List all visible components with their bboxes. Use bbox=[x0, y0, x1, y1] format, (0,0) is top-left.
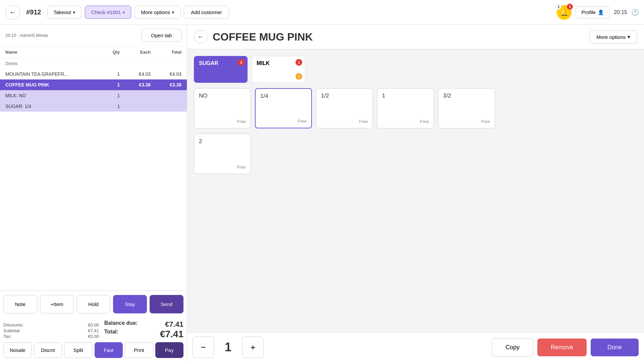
option-price-quarter: Free bbox=[260, 119, 307, 124]
left-panel: 20:15 - Admin5 Minda Open tab Name Qty E… bbox=[0, 25, 187, 362]
option-two[interactable]: 2 Free bbox=[194, 134, 251, 174]
order-type-chevron: ▾ bbox=[73, 10, 75, 15]
clock-icon: 🕐 bbox=[631, 9, 639, 16]
note-button[interactable]: Note bbox=[3, 295, 37, 313]
item-qty: 1 bbox=[101, 69, 125, 79]
right-more-options-chevron: ▾ bbox=[628, 34, 630, 40]
option-no[interactable]: NO Free bbox=[194, 88, 251, 128]
done-button[interactable]: Done bbox=[591, 339, 639, 356]
option-label-no: NO bbox=[199, 93, 246, 99]
copy-button[interactable]: Copy bbox=[492, 338, 533, 357]
category-row: Drinks bbox=[0, 58, 187, 69]
item-total bbox=[156, 90, 187, 101]
item-total: €3.38 bbox=[156, 79, 187, 90]
item-each: €3.38 bbox=[125, 79, 156, 90]
more-options-chevron: ▾ bbox=[172, 10, 174, 15]
balance-label: Balance due: bbox=[104, 320, 138, 329]
table-row[interactable]: MOUNTAIN TEA GRAPEFR... 1 €4.03 €4.03 bbox=[0, 69, 187, 79]
item-name: MOUNTAIN TEA GRAPEFR... bbox=[0, 69, 101, 79]
col-qty: Qty bbox=[101, 46, 125, 58]
option-label-one: 1 bbox=[382, 93, 429, 99]
modifier-card-sugar[interactable]: SUGAR 2 bbox=[194, 56, 248, 83]
profile-button[interactable]: Profile 👤 bbox=[576, 6, 610, 18]
item-name: MILK: NO bbox=[0, 90, 101, 101]
send-button[interactable]: Send bbox=[150, 295, 183, 313]
item-qty: 1 bbox=[101, 90, 125, 101]
profile-label: Profile bbox=[581, 9, 596, 15]
check-button[interactable]: Check #1001 ▾ bbox=[85, 6, 131, 19]
order-table: Name Qty Each Total Drinks MOUNTAIN TEA … bbox=[0, 46, 187, 291]
total-amount: €7.41 bbox=[160, 329, 183, 340]
pay-button[interactable]: Pay bbox=[155, 342, 184, 358]
order-type-button[interactable]: Takeout ▾ bbox=[47, 6, 82, 19]
category-label: Drinks bbox=[0, 58, 187, 69]
option-three-halves[interactable]: 3/2 Free bbox=[438, 88, 495, 128]
remove-button[interactable]: Remove bbox=[537, 339, 587, 356]
modifier-name-milk: MILK bbox=[257, 60, 300, 66]
minus-button[interactable]: − bbox=[193, 337, 214, 358]
add-customer-button[interactable]: Add customer bbox=[184, 6, 229, 19]
more-options-label: More options bbox=[141, 9, 170, 15]
table-row-selected[interactable]: COFFEE MUG PINK 1 €3.38 €3.38 bbox=[0, 79, 187, 90]
modifier-badge-milk: 1 bbox=[296, 59, 302, 66]
product-title: COFFEE MUG PINK bbox=[213, 31, 584, 43]
order-type-label: Takeout bbox=[54, 9, 71, 15]
option-price-three-halves: Free bbox=[443, 119, 490, 124]
table-row-sub[interactable]: SUGAR: 1/4 1 bbox=[0, 101, 187, 112]
totals-values: €0.00 €7.41 €0.00 bbox=[88, 322, 99, 340]
notification-area: 🔔 1 1 Profile 👤 20:15 🕐 bbox=[557, 5, 639, 20]
total-label: Total: bbox=[104, 329, 118, 340]
col-each: Each bbox=[125, 46, 156, 58]
add-item-button[interactable]: +Item bbox=[40, 295, 74, 313]
option-label-two: 2 bbox=[199, 138, 246, 145]
open-tab-button[interactable]: Open tab bbox=[141, 29, 181, 42]
profile-icon: 👤 bbox=[598, 9, 604, 15]
right-more-options-button[interactable]: More options ▾ bbox=[589, 30, 637, 44]
option-quarter[interactable]: 1/4 Free bbox=[255, 88, 312, 128]
more-options-button[interactable]: More options ▾ bbox=[135, 6, 180, 19]
item-each bbox=[125, 101, 156, 112]
item-name: SUGAR: 1/4 bbox=[0, 101, 101, 112]
hold-button[interactable]: Hold bbox=[76, 295, 110, 313]
notification-bell[interactable]: 🔔 1 1 bbox=[557, 5, 572, 20]
modifier-categories: SUGAR 2 MILK 1 1 bbox=[194, 56, 637, 83]
item-each bbox=[125, 90, 156, 101]
modifier-badge-sugar: 2 bbox=[238, 59, 245, 66]
nosale-button[interactable]: Nosale bbox=[3, 342, 32, 358]
totals-labels: Discounts: Subtotal: Tax: bbox=[3, 322, 83, 340]
option-one[interactable]: 1 Free bbox=[377, 88, 434, 128]
options-grid: NO Free 1/4 Free 1/2 Free 1 Free 3/2 F bbox=[194, 88, 637, 128]
order-number: #912 bbox=[23, 8, 44, 16]
action-row-1: Note +Item Hold Stay Send bbox=[3, 295, 183, 313]
modifier-badge2-milk: 1 bbox=[296, 73, 302, 80]
discounts-value: €0.00 bbox=[88, 322, 99, 327]
bottom-qty-bar: − 1 + Copy Remove Done bbox=[187, 332, 644, 362]
option-price-one: Free bbox=[382, 119, 429, 124]
discnt-button[interactable]: Discnt bbox=[34, 342, 62, 358]
stay-button[interactable]: Stay bbox=[113, 295, 147, 313]
time-display: 20:15 bbox=[614, 9, 627, 15]
split-button[interactable]: Split bbox=[64, 342, 93, 358]
check-chevron: ▾ bbox=[123, 10, 125, 15]
fast-button[interactable]: Fast bbox=[95, 342, 123, 358]
quantity-display: 1 bbox=[218, 340, 238, 354]
action-row-2: Nosale Discnt Split Fast Print Pay bbox=[3, 342, 183, 358]
modifier-name-sugar: SUGAR bbox=[199, 60, 243, 66]
top-bar: ← #912 Takeout ▾ Check #1001 ▾ More opti… bbox=[0, 0, 644, 25]
option-label-half: 1/2 bbox=[321, 93, 368, 99]
item-each: €4.03 bbox=[125, 69, 156, 79]
option-price-two: Free bbox=[199, 165, 246, 170]
plus-button[interactable]: + bbox=[242, 337, 264, 358]
balance-area: Balance due: €7.41 Total: €7.41 bbox=[104, 320, 183, 340]
subtotal-value: €7.41 bbox=[88, 328, 99, 333]
modifier-card-milk[interactable]: MILK 1 1 bbox=[252, 56, 305, 83]
back-button[interactable]: ← bbox=[5, 5, 20, 20]
right-back-button[interactable]: ← bbox=[194, 30, 207, 44]
option-label-three-halves: 3/2 bbox=[443, 93, 490, 99]
print-button[interactable]: Print bbox=[125, 342, 153, 358]
main-layout: 20:15 - Admin5 Minda Open tab Name Qty E… bbox=[0, 25, 644, 362]
option-half[interactable]: 1/2 Free bbox=[316, 88, 373, 128]
table-row-sub[interactable]: MILK: NO 1 bbox=[0, 90, 187, 101]
right-header: ← COFFEE MUG PINK More options ▾ bbox=[187, 25, 644, 49]
subtotal-label: Subtotal: bbox=[3, 328, 83, 333]
